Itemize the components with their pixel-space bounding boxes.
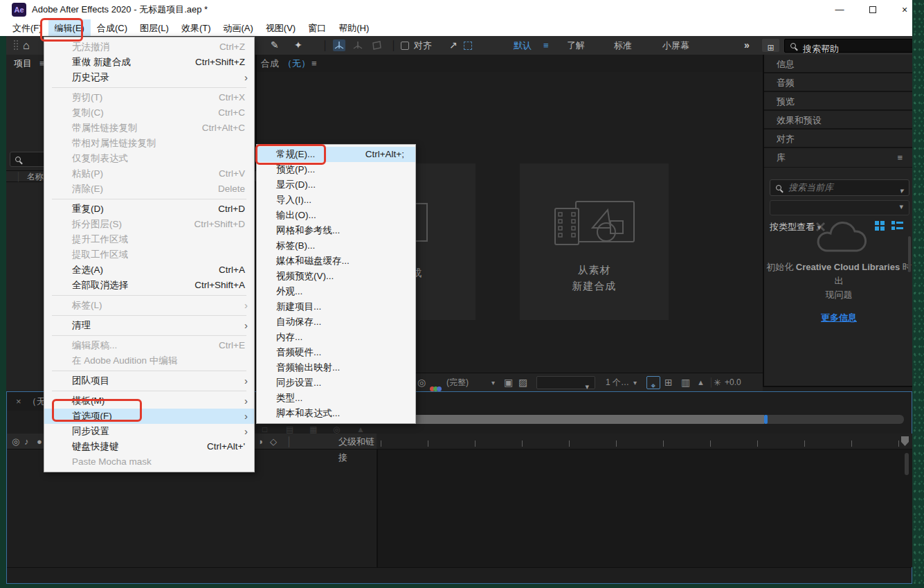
preferences-item-10[interactable]: 新建项目...: [257, 299, 415, 314]
solo-icon[interactable]: ●: [37, 434, 42, 449]
preferences-item-8[interactable]: 视频预览(V)...: [257, 269, 415, 284]
always-preview-icon[interactable]: ◎: [417, 373, 426, 392]
preferences-item-17[interactable]: 脚本和表达式...: [257, 406, 415, 421]
edit-menu-item-9[interactable]: 清除(E)Delete: [44, 181, 254, 197]
exposure-value[interactable]: +0.0: [725, 373, 741, 392]
edit-menu-item-4[interactable]: 复制(C)Ctrl+C: [44, 105, 254, 121]
preferences-item-2[interactable]: 显示(D)...: [257, 177, 415, 193]
minimize-button[interactable]: —: [828, 0, 851, 19]
list-view-icon[interactable]: [891, 221, 903, 231]
workspace-3[interactable]: 小屏幕: [662, 36, 689, 55]
workspace-settings-icon[interactable]: ⊞: [762, 39, 779, 52]
menubar-item-8[interactable]: 帮助(H): [332, 19, 375, 37]
view-by-type-dropdown[interactable]: 按类型查看 ▾: [770, 221, 821, 233]
preferences-item-12[interactable]: 内存...: [257, 330, 415, 345]
menubar-item-7[interactable]: 窗口: [302, 19, 332, 37]
region-of-interest-icon[interactable]: ▣: [504, 373, 513, 392]
workspace-2[interactable]: 标准: [614, 36, 632, 55]
brush-tool-icon[interactable]: ✎: [271, 36, 279, 55]
view-layout-dropdown[interactable]: ▾: [536, 376, 595, 389]
panel-tab-3[interactable]: 效果和预设: [764, 111, 912, 130]
libraries-scrollbar[interactable]: [908, 236, 911, 272]
pixel-aspect-correction-icon[interactable]: ⊞: [664, 373, 673, 392]
quality-icon[interactable]: ◑: [257, 434, 263, 449]
view-count-dropdown[interactable]: 1 个…: [606, 373, 629, 392]
resolution-icon[interactable]: ⌖: [646, 376, 660, 389]
edit-menu-item-25[interactable]: Paste Mocha mask: [44, 454, 254, 470]
puppet-pin-tool-icon[interactable]: ✦: [294, 36, 302, 55]
timeline-ruler[interactable]: [377, 434, 913, 449]
preferences-item-16[interactable]: 类型...: [257, 391, 415, 406]
audio-icon[interactable]: ♪: [24, 434, 29, 449]
libraries-filter-dropdown[interactable]: ▾: [770, 200, 909, 215]
view-axis-mode-icon[interactable]: [370, 39, 383, 51]
preferences-item-15[interactable]: 同步设置...: [257, 375, 415, 391]
edit-menu-item-15[interactable]: 全部取消选择Ctrl+Shift+A: [44, 278, 254, 293]
edit-menu-item-18[interactable]: 编辑原稿...Ctrl+E: [44, 338, 254, 353]
timeline-zoom-handle[interactable]: [764, 415, 768, 424]
parent-link-column-header[interactable]: 父级和链接: [338, 434, 377, 465]
home-icon[interactable]: ⌂: [23, 36, 30, 55]
cursor-icon[interactable]: ↗: [449, 36, 458, 55]
edit-menu-item-17[interactable]: 清理›: [44, 318, 254, 333]
preferences-item-3[interactable]: 导入(I)...: [257, 193, 415, 208]
timeline-zoom-scrollbar[interactable]: [386, 415, 904, 424]
comp-marker-bin-icon[interactable]: [900, 435, 910, 447]
composition-panel-menu-icon[interactable]: ≡: [311, 55, 317, 72]
workspace-overflow-icon[interactable]: »: [744, 36, 750, 55]
edit-menu-item-23[interactable]: 同步设置›: [44, 424, 254, 439]
edit-menu-item-14[interactable]: 全选(A)Ctrl+A: [44, 262, 254, 278]
close-icon[interactable]: ×: [16, 392, 21, 411]
transparency-grid-icon[interactable]: ▨: [518, 373, 527, 392]
timeline-graph-icon[interactable]: ▲: [697, 373, 705, 392]
snap-checkbox[interactable]: [401, 42, 409, 50]
workspace-0[interactable]: 默认: [514, 36, 532, 55]
edit-menu-item-7[interactable]: 仅复制表达式: [44, 151, 254, 166]
workspace-menu-icon[interactable]: ≡: [543, 36, 549, 55]
edit-menu-item-8[interactable]: 粘贴(P)Ctrl+V: [44, 166, 254, 181]
marquee-icon[interactable]: [464, 42, 472, 50]
edit-menu-item-13[interactable]: 提取工作区域: [44, 247, 254, 262]
menubar-item-5[interactable]: 动画(A): [217, 19, 260, 37]
menubar-item-6[interactable]: 视图(V): [260, 19, 302, 37]
edit-menu-item-10[interactable]: 重复(D)Ctrl+D: [44, 202, 254, 217]
libraries-menu-icon[interactable]: ≡: [897, 148, 903, 168]
edit-menu-item-19[interactable]: 在 Adobe Audition 中编辑: [44, 353, 254, 368]
edit-menu-item-0[interactable]: 无法撤消Ctrl+Z: [44, 39, 254, 55]
grid-view-icon[interactable]: [875, 221, 885, 231]
menubar-item-3[interactable]: 图层(L): [134, 19, 175, 37]
toolbar-grip[interactable]: [13, 39, 18, 51]
edit-menu-item-16[interactable]: 标签(L)›: [44, 298, 254, 313]
panel-tab-4[interactable]: 对齐: [764, 130, 912, 148]
magnification-dropdown[interactable]: (完整): [446, 373, 469, 392]
panel-tab-2[interactable]: 预览: [764, 92, 912, 111]
edit-menu-item-12[interactable]: 提升工作区域: [44, 232, 254, 247]
preferences-item-13[interactable]: 音频硬件...: [257, 345, 415, 360]
new-composition-from-footage-button[interactable]: 从素材 新建合成: [520, 163, 669, 320]
menubar-item-4[interactable]: 效果(T): [175, 19, 217, 37]
world-axis-mode-icon[interactable]: [352, 39, 364, 51]
video-eye-icon[interactable]: ◎: [12, 434, 19, 449]
panel-tab-0[interactable]: 信息: [764, 55, 912, 73]
menubar-item-2[interactable]: 合成(C): [91, 19, 134, 37]
fast-previews-icon[interactable]: ▥: [681, 373, 690, 392]
exposure-shutter-icon[interactable]: ✳: [714, 373, 721, 392]
preferences-item-5[interactable]: 网格和参考线...: [257, 223, 415, 238]
edit-menu-item-2[interactable]: 历史记录›: [44, 70, 254, 85]
tab-libraries[interactable]: 库 ≡: [764, 148, 912, 168]
edit-menu-item-24[interactable]: 键盘快捷键Ctrl+Alt+': [44, 439, 254, 454]
edit-menu-item-5[interactable]: 带属性链接复制Ctrl+Alt+C: [44, 121, 254, 136]
preferences-item-6[interactable]: 标签(B)...: [257, 238, 415, 253]
help-search-input[interactable]: 搜索帮助: [784, 39, 913, 53]
preferences-item-4[interactable]: 输出(O)...: [257, 208, 415, 223]
preferences-item-14[interactable]: 音频输出映射...: [257, 360, 415, 375]
libraries-search-input[interactable]: 搜索当前库 ▾: [770, 179, 909, 196]
edit-menu-item-6[interactable]: 带相对属性链接复制: [44, 136, 254, 151]
tab-composition[interactable]: 合成: [261, 55, 279, 72]
preferences-item-7[interactable]: 媒体和磁盘缓存...: [257, 253, 415, 269]
edit-menu-item-20[interactable]: 团队项目›: [44, 373, 254, 389]
timeline-vertical-scrollbar[interactable]: [905, 453, 909, 475]
preferences-item-11[interactable]: 自动保存...: [257, 314, 415, 330]
edit-menu-item-1[interactable]: 重做 新建合成Ctrl+Shift+Z: [44, 55, 254, 70]
tab-project[interactable]: 项目: [14, 55, 32, 72]
